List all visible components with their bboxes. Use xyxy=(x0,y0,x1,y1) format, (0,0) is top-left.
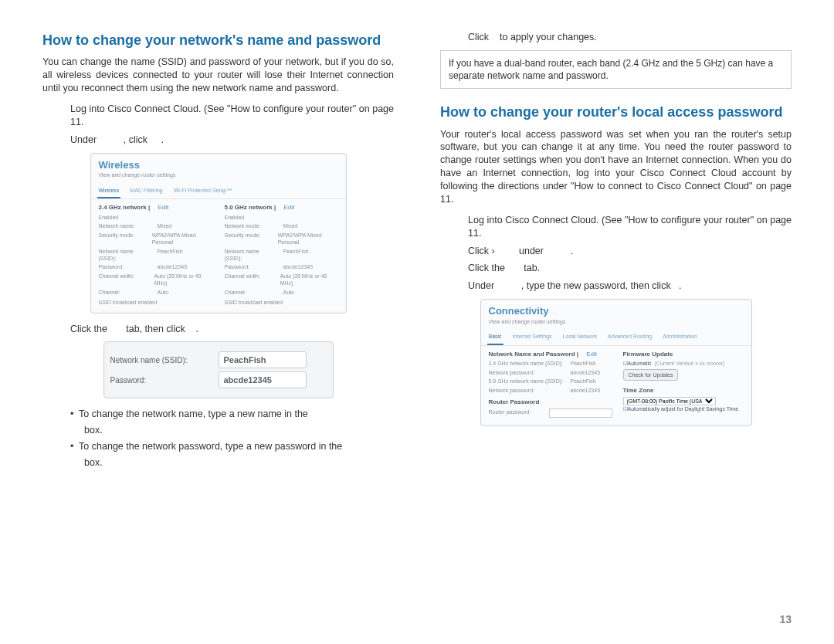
dst-checkbox[interactable]: Automatically adjust for Daylight Saving… xyxy=(623,406,739,412)
edit-link-24[interactable]: Edit xyxy=(158,204,168,211)
ssid-screenshot: Network name (SSID): Password: xyxy=(103,341,334,398)
timezone-select[interactable]: (GMT-08:00) Pacific Time (USA & Canada) xyxy=(623,397,716,405)
step-login-2: Log into Cisco Connect Cloud. (See "How … xyxy=(468,214,792,240)
tip-dual-band: If you have a dual-band router, each ban… xyxy=(440,50,792,89)
band-24: 2.4 GHz network | Edit Enabled Network n… xyxy=(99,204,212,307)
edit-link-5[interactable]: Edit xyxy=(283,204,294,211)
band-5: 5.0 GHz network | Edit Enabled Network m… xyxy=(225,204,338,307)
connectivity-tabs: Basic Internet Settings Local Network Ad… xyxy=(481,330,751,345)
tab-mac-filtering[interactable]: MAC Filtering xyxy=(128,184,164,198)
heading-network-name-password: How to change your network's name and pa… xyxy=(42,31,394,49)
tab-basic[interactable]: Basic xyxy=(487,330,503,344)
step-under-click: Under , click . xyxy=(70,134,394,147)
fw-auto-checkbox[interactable]: Automatic xyxy=(623,361,652,366)
intro-text: You can change the name (SSID) and passw… xyxy=(42,56,394,95)
tab-administration[interactable]: Administration xyxy=(661,330,698,344)
tab-internet-settings[interactable]: Internet Settings xyxy=(511,330,554,344)
step-apply: Click to apply your changes. xyxy=(468,31,792,44)
wireless-sub: View and change router settings xyxy=(91,171,346,183)
bullet-change-password-box: box. xyxy=(70,456,394,469)
connectivity-screenshot: Connectivity View and change router sett… xyxy=(480,299,752,426)
step-click-tab-2: Click the tab. xyxy=(468,262,792,275)
ssid-label: Network name (SSID): xyxy=(110,355,211,366)
tab-wireless[interactable]: Wireless xyxy=(97,184,121,198)
step-login: Log into Cisco Connect Cloud. (See "How … xyxy=(70,103,394,129)
bullet-change-name-box: box. xyxy=(70,424,394,437)
tab-wps[interactable]: Wi-Fi Protected Setup™ xyxy=(172,184,233,198)
step-click-tab: Click the tab, then click . xyxy=(70,323,394,336)
connectivity-title: Connectivity xyxy=(481,300,751,318)
password-input[interactable] xyxy=(219,371,307,388)
edit-link-conn[interactable]: Edit xyxy=(586,351,597,358)
tab-local-network[interactable]: Local Network xyxy=(561,330,598,344)
password-label: Password: xyxy=(110,375,211,386)
wireless-title: Wireless xyxy=(91,154,346,172)
bullet-change-password: • To change the network password, type a… xyxy=(70,440,394,453)
step-type-password: Under , type the new password, then clic… xyxy=(468,280,792,293)
connectivity-sub: View and change router settings xyxy=(481,318,751,330)
wireless-screenshot: Wireless View and change router settings… xyxy=(90,153,347,314)
page-number: 13 xyxy=(779,612,792,627)
heading-local-access-password: How to change your router's local access… xyxy=(440,103,792,121)
bullet-change-name: • To change the network name, type a new… xyxy=(70,408,394,421)
ssid-input[interactable] xyxy=(219,351,307,368)
step-click-under: Click › under . xyxy=(468,245,792,258)
intro-local-access: Your router's local access password was … xyxy=(440,128,792,206)
router-password-field[interactable] xyxy=(549,408,612,418)
wireless-tabs: Wireless MAC Filtering Wi-Fi Protected S… xyxy=(91,184,346,199)
tab-advanced-routing[interactable]: Advanced Routing xyxy=(606,330,653,344)
check-updates-button[interactable]: Check for Updates xyxy=(623,369,679,381)
